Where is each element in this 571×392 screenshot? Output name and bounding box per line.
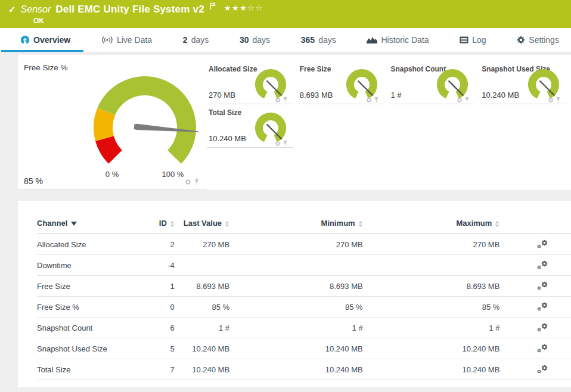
channel-maximum: 85 %: [363, 297, 500, 318]
channel-row: Total Size 7 10.240 MB 10.240 MB 10.240 …: [37, 359, 571, 380]
channel-minimum: 10.240 MB: [229, 338, 363, 359]
tab-2-days[interactable]: 2 days: [179, 28, 212, 52]
object-kind-label: Sensor: [21, 4, 51, 15]
channel-name: Snapshot Count: [37, 318, 156, 338]
tab-overview[interactable]: Overview: [17, 28, 74, 52]
panel-settings-gear-icon[interactable]: [548, 97, 554, 103]
channel-minimum: 85 %: [229, 297, 363, 318]
tab-label-number: 365: [301, 35, 315, 45]
tab-label-number: 30: [240, 35, 249, 45]
column-header-minimum[interactable]: Minimum: [229, 216, 363, 234]
panel-settings-gear-icon[interactable]: [457, 97, 463, 103]
mini-gauge-value: 270 MB: [209, 91, 235, 99]
channel-last-value: 10.240 MB: [175, 359, 229, 380]
channel-settings-icon[interactable]: [537, 344, 548, 352]
channel-row: Snapshot Used Size 5 10.240 MB 10.240 MB…: [37, 338, 571, 359]
channel-row: Downtime -4: [37, 255, 571, 276]
channel-last-value: 1 #: [175, 318, 229, 338]
channel-minimum: 270 MB: [229, 234, 363, 255]
channel-name: Snapshot Used Size: [37, 338, 156, 359]
live-data-icon: [101, 36, 113, 44]
panel-settings-gear-icon[interactable]: [275, 97, 281, 103]
panel-pin-icon[interactable]: [283, 140, 288, 147]
channel-settings-icon[interactable]: [537, 239, 548, 248]
tab-label: Settings: [529, 35, 559, 45]
mini-gauge-cell: Snapshot Count 1 #: [389, 61, 475, 104]
priority-flag-icon[interactable]: [210, 2, 216, 13]
channel-maximum: [363, 255, 500, 276]
channel-minimum: 1 #: [229, 318, 363, 338]
mini-gauge-cell: Snapshot Used Size 10.240 MB: [480, 61, 566, 104]
tab-label: days: [191, 35, 209, 45]
historic-chart-icon: [367, 36, 377, 44]
channel-id: -4: [156, 255, 175, 276]
channel-maximum: 270 MB: [363, 234, 500, 255]
channel-settings-icon[interactable]: [537, 323, 548, 331]
channel-last-value: 10.240 MB: [175, 338, 229, 359]
sort-desc-icon: [71, 222, 77, 226]
tab-settings[interactable]: Settings: [513, 28, 563, 52]
panel-settings-gear-icon[interactable]: [275, 141, 281, 147]
column-header-maximum[interactable]: Maximum: [363, 216, 500, 234]
tab-log[interactable]: Log: [456, 28, 489, 52]
column-header-last-value[interactable]: Last Value: [175, 216, 229, 234]
channel-minimum: 10.240 MB: [229, 359, 363, 380]
tab-30-days[interactable]: 30 days: [236, 28, 274, 52]
channel-last-value: 8.693 MB: [175, 276, 229, 297]
channel-last-value: [175, 255, 229, 276]
tab-bar: Overview Live Data 2 days 30 days 365 da…: [0, 28, 571, 52]
mini-gauge-cell: Free Size 8.693 MB: [298, 61, 384, 104]
channel-last-value: 270 MB: [175, 234, 229, 255]
channel-maximum: 10.240 MB: [363, 359, 500, 380]
tab-365-days[interactable]: 365 days: [297, 28, 340, 52]
channel-settings-icon[interactable]: [537, 365, 548, 373]
mini-gauge-title: Total Size: [209, 108, 241, 117]
channel-row: Snapshot Count 6 1 # 1 # 1 #: [37, 318, 571, 338]
panel-pin-icon[interactable]: [556, 97, 561, 103]
channel-last-value: 85 %: [175, 297, 229, 318]
column-header-id[interactable]: ID: [156, 216, 175, 234]
tab-label: Log: [472, 35, 486, 45]
panel-pin-icon[interactable]: [464, 97, 470, 103]
mini-gauge-title: Free Size: [300, 65, 331, 73]
channel-minimum: 8.693 MB: [229, 276, 363, 297]
gauge-min-label: 0 %: [105, 170, 119, 179]
panel-pin-icon[interactable]: [194, 178, 200, 185]
channel-id: 5: [156, 338, 175, 359]
channel-maximum: 1 #: [363, 318, 500, 338]
tab-live-data[interactable]: Live Data: [98, 28, 156, 52]
channel-name: Allocated Size: [37, 234, 156, 255]
tab-historic-data[interactable]: Historic Data: [363, 28, 432, 52]
channel-id: 6: [156, 318, 175, 338]
mini-gauge-value: 10.240 MB: [482, 91, 519, 99]
channel-settings-icon[interactable]: [537, 260, 548, 269]
column-header-actions: [499, 216, 571, 234]
sort-icon: [495, 221, 499, 227]
panel-settings-gear-icon[interactable]: [366, 97, 372, 103]
channel-id: 2: [156, 234, 175, 255]
tab-label: Overview: [33, 35, 70, 45]
priority-stars[interactable]: ★★★☆☆: [224, 4, 263, 13]
gauges-section: Free Size % 0 % 100 % 85 % Allocated Siz…: [18, 55, 571, 190]
sort-icon: [225, 221, 229, 227]
panel-pin-icon[interactable]: [283, 97, 288, 103]
channel-row: Free Size 1 8.693 MB 8.693 MB 8.693 MB: [37, 276, 571, 297]
column-header-channel[interactable]: Channel: [37, 216, 156, 234]
channel-settings-icon[interactable]: [537, 281, 548, 290]
sensor-header: ✓ Sensor Dell EMC Unity File System v2 ★…: [0, 0, 571, 28]
mini-gauge-title: Allocated Size: [209, 65, 257, 73]
channel-id: 1: [156, 276, 175, 297]
panel-settings-gear-icon[interactable]: [185, 179, 191, 185]
gear-icon: [517, 36, 525, 44]
channel-settings-icon[interactable]: [537, 302, 548, 310]
tab-label: days: [318, 35, 336, 45]
mini-gauge-value: 8.693 MB: [300, 91, 333, 99]
log-icon: [460, 36, 468, 43]
tab-label: Historic Data: [381, 35, 429, 45]
channel-table: Channel ID Last Value Minimum Maximum Al…: [37, 216, 571, 380]
panel-pin-icon[interactable]: [374, 97, 379, 103]
channel-maximum: 10.240 MB: [363, 338, 500, 359]
mini-gauge-grid: Allocated Size 270 MB Free Size 8.693 MB…: [207, 55, 571, 190]
sort-icon: [358, 221, 363, 227]
main-gauge: 0 % 100 %: [75, 61, 212, 180]
